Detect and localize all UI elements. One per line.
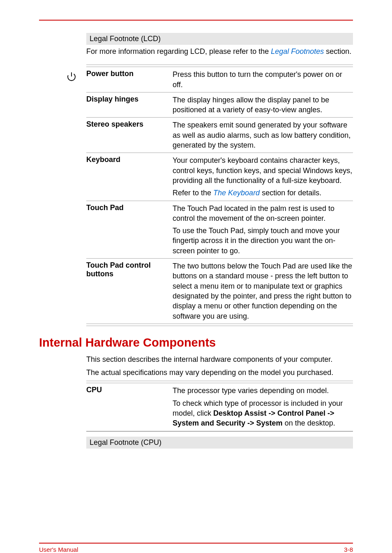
feature-row-touch-pad: Touch Pad The Touch Pad located in the p… <box>86 201 353 259</box>
feature-label: Touch Pad control buttons <box>86 261 173 321</box>
feature-label: Display hinges <box>86 95 173 115</box>
feature-row-touch-pad-control-buttons: Touch Pad control buttons The two button… <box>86 259 353 324</box>
intro-paragraph-1: This section describes the internal hard… <box>86 354 353 364</box>
legal-footnote-lcd-title: Legal Footnote (LCD) <box>86 33 353 45</box>
feature-row-power-button: Power button Press this button to turn t… <box>86 67 353 93</box>
cpu-table: CPU The processor type varies depending … <box>86 381 353 431</box>
features-table: Power button Press this button to turn t… <box>86 65 353 326</box>
intro-paragraph-2: The actual specifications may vary depen… <box>86 368 353 377</box>
feature-label: Power button <box>86 69 173 90</box>
feature-desc: Your computer's keyboard contains charac… <box>173 155 353 198</box>
legal-lcd-suffix: section. <box>324 47 351 56</box>
feature-desc: Press this button to turn the computer's… <box>173 69 353 90</box>
cpu-label: CPU <box>86 386 173 428</box>
page-footer: User's Manual 3-8 <box>39 543 353 553</box>
cpu-row: CPU The processor type varies depending … <box>86 383 353 431</box>
legal-lcd-prefix: For more information regarding LCD, plea… <box>86 47 271 56</box>
top-divider <box>39 20 353 21</box>
cpu-desc: The processor type varies depending on m… <box>173 386 353 428</box>
feature-desc: The speakers emit sound generated by you… <box>173 120 353 150</box>
legal-footnotes-link[interactable]: Legal Footnotes <box>271 47 324 56</box>
internal-hardware-components-heading: Internal Hardware Components <box>39 336 353 349</box>
feature-row-keyboard: Keyboard Your computer's keyboard contai… <box>86 153 353 201</box>
feature-label: Keyboard <box>86 155 173 198</box>
footer-left: User's Manual <box>39 546 78 553</box>
footer-right: 3-8 <box>344 546 353 553</box>
feature-desc: The Touch Pad located in the palm rest i… <box>173 204 353 256</box>
legal-footnote-lcd-text: For more information regarding LCD, plea… <box>86 46 353 56</box>
feature-label: Touch Pad <box>86 204 173 256</box>
power-icon <box>66 71 77 84</box>
feature-desc: The display hinges allow the display pan… <box>173 95 353 115</box>
feature-desc: The two buttons below the Touch Pad are … <box>173 261 353 321</box>
feature-label: Stereo speakers <box>86 120 173 150</box>
the-keyboard-link[interactable]: The Keyboard <box>213 189 260 197</box>
feature-row-display-hinges: Display hinges The display hinges allow … <box>86 93 353 118</box>
feature-row-stereo-speakers: Stereo speakers The speakers emit sound … <box>86 118 353 153</box>
legal-footnote-cpu-title: Legal Footnote (CPU) <box>86 437 353 449</box>
